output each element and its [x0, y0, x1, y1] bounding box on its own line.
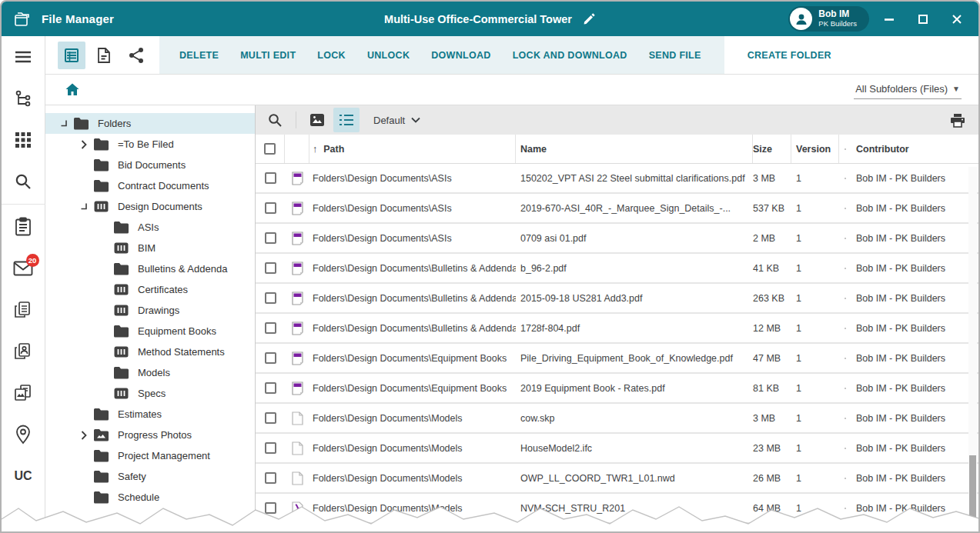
tree-item[interactable]: Progress Photos [45, 425, 255, 445]
thumbnail-view-icon[interactable] [304, 108, 330, 132]
tree-item[interactable]: Estimates [45, 404, 255, 425]
row-checkbox[interactable] [265, 322, 276, 334]
file-size: 26 MB [753, 473, 791, 484]
file-size: 81 KB [753, 383, 791, 394]
row-checkbox[interactable] [265, 412, 276, 424]
tree-item[interactable]: ASIs [45, 217, 255, 238]
tree-item[interactable]: Design Documents [45, 196, 255, 217]
action-button[interactable]: LOCK AND DOWNLOAD [503, 44, 637, 67]
minimize-button[interactable] [875, 8, 903, 31]
create-folder-button[interactable]: CREATE FOLDER [738, 44, 841, 67]
size-column-header[interactable]: Size [753, 135, 791, 163]
print-icon[interactable] [945, 108, 971, 132]
contacts-documents-icon[interactable] [2, 331, 45, 372]
action-button[interactable]: MULTI EDIT [231, 44, 305, 67]
tree-item[interactable]: Project Management [45, 445, 255, 466]
vertical-scrollbar[interactable] [968, 167, 977, 533]
expand-icon[interactable] [76, 431, 92, 440]
tree-item[interactable]: Contract Documents [45, 175, 255, 196]
table-row[interactable]: Folders\Design Documents\Models NVM-SCH_… [256, 494, 978, 524]
action-button[interactable]: UNLOCK [358, 44, 419, 67]
file-path: Folders\Design Documents\ASIs [309, 203, 516, 214]
search-icon[interactable] [2, 161, 45, 202]
table-row[interactable]: Folders\Design Documents\Bulletins & Add… [256, 284, 978, 314]
table-row[interactable]: Folders\Design Documents\Bulletins & Add… [256, 254, 978, 284]
path-column-header[interactable]: ↑ Path [309, 135, 516, 163]
folder-icon [112, 366, 130, 379]
subfolder-scope-dropdown[interactable]: All Subfolders (Files) ▼ [854, 81, 962, 99]
edit-project-icon[interactable] [583, 12, 596, 25]
mail-icon[interactable]: 20 [2, 248, 45, 289]
documents-icon[interactable] [2, 289, 45, 331]
workflow-icon[interactable] [2, 78, 45, 119]
row-checkbox[interactable] [265, 262, 276, 274]
row-checkbox[interactable] [265, 292, 276, 304]
row-checkbox[interactable] [265, 472, 276, 484]
action-button[interactable]: DOWNLOAD [422, 44, 500, 67]
close-button[interactable] [943, 8, 971, 31]
expand-icon[interactable] [76, 140, 92, 149]
grid-search-icon[interactable] [262, 108, 288, 132]
version-column-header[interactable]: Version [791, 135, 839, 163]
tree-item[interactable]: BIM [45, 238, 255, 258]
file-preview-icon[interactable] [90, 42, 118, 69]
table-view-icon[interactable] [58, 42, 85, 69]
tree-item-label: Bulletins & Addenda [138, 263, 227, 275]
row-checkbox[interactable] [265, 382, 276, 394]
table-row[interactable]: Folders\Design Documents\Models cow.skp … [256, 404, 978, 434]
tree-item[interactable]: Drawings [45, 300, 255, 321]
share-icon[interactable] [122, 42, 150, 69]
tree-item[interactable]: Certificates [45, 279, 255, 300]
view-dropdown[interactable]: Default [373, 115, 420, 126]
tree-item[interactable]: Specs [45, 383, 255, 404]
tree-item[interactable]: Method Statements [45, 341, 255, 362]
table-row[interactable]: Folders\Design Documents\Equipment Books… [256, 344, 978, 374]
table-row[interactable]: Folders\Design Documents\ASIs 0709 asi 0… [256, 224, 978, 254]
tree-item[interactable]: Bulletins & Addenda [45, 258, 255, 279]
home-icon[interactable] [65, 83, 79, 96]
select-all-checkbox[interactable] [264, 143, 276, 155]
name-column-header[interactable]: Name [516, 135, 753, 163]
tree-item[interactable]: Folders [45, 113, 255, 134]
action-button[interactable]: LOCK [308, 44, 355, 67]
collapse-icon[interactable] [56, 120, 72, 127]
scrollbar-thumb[interactable] [969, 455, 976, 533]
row-checkbox[interactable] [265, 352, 276, 364]
collapse-icon[interactable] [76, 203, 92, 210]
tree-item[interactable]: =To Be Filed [45, 134, 255, 155]
maximize-button[interactable] [909, 8, 937, 31]
tree-item[interactable]: Bid Documents [45, 155, 255, 175]
table-row[interactable]: Folders\Design Documents\Equipment Books… [256, 374, 978, 404]
tree-item[interactable]: Equipment Books [45, 321, 255, 341]
table-row[interactable]: Folders\Design Documents\ASIs 2019-670-A… [256, 194, 978, 224]
photo-documents-icon[interactable] [2, 372, 45, 414]
folder-icon [112, 262, 130, 275]
tree-item-label: Bid Documents [118, 159, 186, 171]
action-button[interactable]: SEND FILE [640, 44, 711, 67]
file-size: 537 KB [753, 203, 791, 214]
user-pill[interactable]: Bob IM PK Builders [788, 6, 869, 32]
file-path: Folders\Design Documents\Equipment Books [309, 353, 516, 364]
table-row[interactable]: Folders\Design Documents\ASIs 150202_VPT… [256, 164, 978, 194]
tree-item[interactable]: Safety [45, 466, 255, 487]
menu-icon[interactable] [2, 36, 45, 78]
contributor-column-header[interactable]: Contributor [851, 135, 978, 163]
uc-label[interactable]: UC [2, 455, 45, 497]
table-row[interactable]: Folders\Design Documents\Models HouseMod… [256, 434, 978, 464]
list-view-icon[interactable] [333, 108, 360, 132]
tree-item[interactable]: Models [45, 362, 255, 383]
table-row[interactable]: Folders\Design Documents\Models OWP_LL_C… [256, 464, 978, 494]
apps-grid-icon[interactable] [2, 119, 45, 161]
action-button[interactable]: DELETE [170, 44, 228, 67]
location-pin-icon[interactable] [2, 414, 45, 455]
user-name: Bob IM [818, 9, 857, 20]
table-row[interactable]: Folders\Design Documents\Bulletins & Add… [256, 314, 978, 344]
row-checkbox[interactable] [265, 172, 276, 184]
row-checkbox[interactable] [265, 202, 276, 214]
tree-item[interactable]: Schedule [45, 487, 255, 508]
row-checkbox[interactable] [265, 502, 276, 514]
sort-ascending-icon: ↑ [313, 144, 317, 155]
clipboard-icon[interactable] [2, 206, 45, 248]
row-checkbox[interactable] [265, 442, 276, 454]
row-checkbox[interactable] [265, 232, 276, 244]
